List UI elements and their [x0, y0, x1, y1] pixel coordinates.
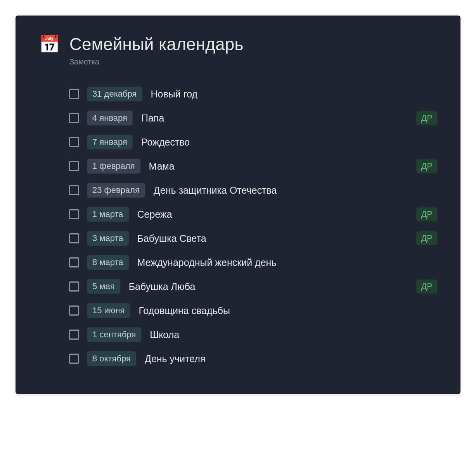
header: 📅 Семейный календарь Заметка — [39, 35, 437, 66]
list-item[interactable]: 7 январяРождество — [69, 130, 437, 154]
item-title[interactable]: День учителя — [145, 353, 437, 365]
checkbox[interactable] — [69, 257, 79, 267]
items-list: 31 декабряНовый год4 январяПапаДР7 январ… — [39, 82, 437, 371]
date-pill[interactable]: 8 марта — [87, 255, 129, 270]
date-pill[interactable]: 1 февраля — [87, 159, 140, 174]
list-item[interactable]: 1 мартаСережаДР — [69, 202, 437, 226]
birthday-tag[interactable]: ДР — [416, 231, 437, 245]
item-title[interactable]: Рождество — [141, 137, 437, 148]
list-item[interactable]: 4 январяПапаДР — [69, 106, 437, 130]
date-pill[interactable]: 1 марта — [87, 207, 129, 222]
birthday-tag[interactable]: ДР — [416, 111, 437, 125]
date-pill[interactable]: 3 марта — [87, 231, 129, 246]
date-pill[interactable]: 7 января — [87, 135, 133, 149]
checkbox[interactable] — [69, 281, 79, 292]
list-item[interactable]: 1 сентябряШкола — [69, 323, 437, 347]
checkbox[interactable] — [69, 330, 79, 340]
checkbox[interactable] — [69, 185, 79, 195]
checkbox[interactable] — [69, 137, 79, 147]
title-block: Семейный календарь Заметка — [69, 35, 244, 66]
item-title[interactable]: Мама — [149, 161, 417, 172]
item-title[interactable]: Новый год — [151, 89, 437, 100]
list-item[interactable]: 23 февраляДень защитника Отечества — [69, 178, 437, 202]
item-title[interactable]: Бабушка Света — [137, 233, 417, 244]
checkbox[interactable] — [69, 161, 79, 171]
list-item[interactable]: 8 мартаМеждународный женский день — [69, 250, 437, 274]
checkbox[interactable] — [69, 233, 79, 243]
item-title[interactable]: Папа — [141, 113, 416, 124]
date-pill[interactable]: 23 февраля — [87, 183, 145, 198]
calendar-card: 📅 Семейный календарь Заметка 31 декабряН… — [16, 16, 460, 394]
checkbox[interactable] — [69, 209, 79, 219]
list-item[interactable]: 15 июняГодовщина свадьбы — [69, 299, 437, 323]
page-subtitle: Заметка — [69, 57, 244, 66]
date-pill[interactable]: 15 июня — [87, 303, 130, 318]
checkbox[interactable] — [69, 89, 79, 99]
item-title[interactable]: Международный женский день — [137, 257, 437, 268]
item-title[interactable]: Годовщина свадьбы — [138, 305, 437, 316]
date-pill[interactable]: 5 мая — [87, 279, 120, 294]
calendar-icon: 📅 — [39, 36, 60, 53]
checkbox[interactable] — [69, 113, 79, 123]
page-title[interactable]: Семейный календарь — [69, 35, 244, 54]
item-title[interactable]: День защитника Отечества — [154, 185, 437, 196]
birthday-tag[interactable]: ДР — [416, 279, 437, 293]
list-item[interactable]: 31 декабряНовый год — [69, 82, 437, 106]
checkbox[interactable] — [69, 306, 79, 316]
date-pill[interactable]: 8 октября — [87, 351, 136, 366]
list-item[interactable]: 1 февраляМамаДР — [69, 154, 437, 178]
birthday-tag[interactable]: ДР — [416, 207, 437, 221]
item-title[interactable]: Школа — [150, 329, 437, 340]
list-item[interactable]: 3 мартаБабушка СветаДР — [69, 226, 437, 250]
date-pill[interactable]: 31 декабря — [87, 87, 142, 101]
checkbox[interactable] — [69, 354, 79, 364]
birthday-tag[interactable]: ДР — [416, 159, 437, 173]
date-pill[interactable]: 4 января — [87, 111, 133, 125]
item-title[interactable]: Бабушка Люба — [129, 281, 417, 292]
list-item[interactable]: 8 октябряДень учителя — [69, 347, 437, 371]
date-pill[interactable]: 1 сентября — [87, 327, 141, 342]
item-title[interactable]: Сережа — [137, 209, 417, 220]
list-item[interactable]: 5 маяБабушка ЛюбаДР — [69, 274, 437, 299]
